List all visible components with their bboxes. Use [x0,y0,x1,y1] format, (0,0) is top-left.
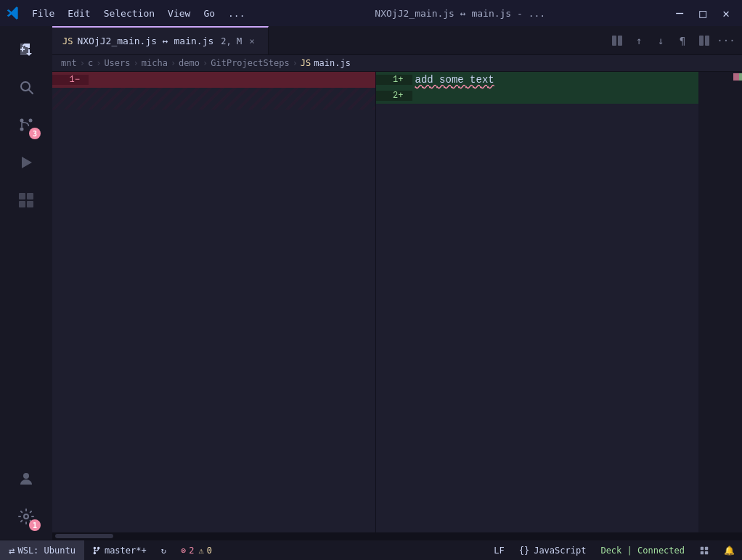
breadcrumb-file[interactable]: main.js [314,58,351,68]
right-editor-pane[interactable]: 1+ add some text 2+ [375,72,699,532]
active-tab[interactable]: JS NXOjJ2_main.js ↔ main.js 2, M × [52,26,269,54]
line-content-1-add: add some text [412,74,699,86]
maximize-button[interactable]: □ [693,5,713,21]
breadcrumb-users[interactable]: Users [104,58,130,68]
show-whitespace-button[interactable]: ¶ [672,30,693,51]
left-editor-pane[interactable]: 1− [52,72,375,532]
svg-rect-15 [705,36,709,46]
breadcrumb-gitprojectsteps[interactable]: GitProjectSteps [211,58,289,68]
git-branch-icon [91,545,102,556]
tab-js-icon: JS [62,36,73,46]
menu-more[interactable]: ... [222,6,250,21]
deck-connected-label: Deck | Connected [600,545,685,556]
menu-file[interactable]: File [26,6,60,21]
breadcrumb-js-label: JS [301,58,311,68]
deck-connected[interactable]: Deck | Connected [593,540,692,560]
breadcrumb-sep-3: › [171,58,176,68]
close-button[interactable]: ✕ [716,5,736,21]
bell-icon: 🔔 [724,545,735,556]
menu-selection[interactable]: Selection [98,6,160,21]
inline-diff-button[interactable] [694,30,714,51]
sync-button[interactable]: ↻ [154,540,174,560]
error-count: 2 [189,545,194,556]
breadcrumb-demo[interactable]: demo [179,58,200,68]
svg-rect-7 [27,193,33,199]
split-editor-button[interactable] [607,30,627,51]
window-controls: ─ □ ✕ [669,5,736,21]
svg-point-10 [23,473,29,479]
scroll-down-button[interactable]: ↓ [651,30,671,51]
svg-rect-9 [27,201,33,207]
remote-icon [699,545,709,556]
svg-rect-13 [618,36,622,46]
git-branch[interactable]: master*+ [84,540,154,560]
source-control-badge: 3 [29,128,41,139]
more-actions-button[interactable]: ··· [716,30,736,51]
menu-bar: File Edit Selection View Go ... [26,6,251,21]
vscode-logo [6,6,20,20]
breadcrumb: mnt › c › Users › micha › demo › GitProj… [52,55,742,72]
line-number-1-add: 1+ [376,75,412,85]
svg-rect-6 [19,193,25,199]
errors-button[interactable]: ⊗ 2 ⚠ 0 [174,540,219,560]
svg-rect-8 [19,201,25,207]
breadcrumb-sep-1: › [96,58,101,68]
notification-bell[interactable]: 🔔 [717,540,742,560]
breadcrumb-micha[interactable]: micha [142,58,168,68]
svg-line-1 [29,90,33,94]
warning-count: 0 [207,545,212,556]
svg-point-0 [21,82,30,91]
sync-icon: ↻ [161,545,166,556]
activity-search[interactable] [9,70,44,104]
language-name: JavaScript [534,545,586,556]
person-icon [17,470,35,487]
svg-rect-19 [701,546,704,549]
menu-go[interactable]: Go [197,6,221,21]
settings-badge: 1 [29,519,41,531]
horizontal-scrollbar [52,532,742,540]
hatch-pattern [52,88,375,110]
svg-marker-5 [22,157,32,168]
breadcrumb-sep-0: › [80,58,85,68]
wsl-label: WSL: Ubuntu [17,545,75,556]
scrollbar-thumb-h[interactable] [55,534,113,538]
activity-run-debug[interactable] [9,145,44,180]
breadcrumb-mnt[interactable]: mnt [61,58,77,68]
line-ending[interactable]: LF [486,540,511,560]
minimize-button[interactable]: ─ [669,5,690,21]
wsl-indicator[interactable]: ⇄ WSL: Ubuntu [0,540,84,560]
diff-line-added-1: 1+ add some text [376,72,699,88]
activity-bar: 3 [0,26,52,540]
tab-label: NXOjJ2_main.js ↔ main.js [77,36,213,46]
menu-view[interactable]: View [162,6,196,21]
activity-settings[interactable]: 1 [9,499,44,534]
tab-modified: 2, M [221,36,242,46]
tab-actions: ↑ ↓ ¶ ··· [601,26,742,54]
tab-close-button[interactable]: × [246,36,258,47]
activity-extensions[interactable] [9,183,44,218]
svg-rect-21 [701,551,704,553]
activity-account[interactable] [9,461,44,496]
svg-rect-20 [705,546,708,549]
wsl-arrow-icon: ⇄ [9,545,15,556]
minimap-diff-add [739,73,742,81]
diff-line-deleted: 1− [52,72,375,88]
svg-point-3 [29,119,33,123]
remote-button[interactable] [692,540,717,560]
title-bar: File Edit Selection View Go ... NXOjJ2_m… [0,0,742,26]
right-editor-content: 1+ add some text 2+ [376,72,699,532]
split-editor: 1− 1+ add some text 2+ [52,72,742,532]
warning-icon: ⚠ [198,545,203,556]
activity-explorer[interactable] [9,32,44,67]
scroll-up-button[interactable]: ↑ [629,30,649,51]
git-branch-label: master*+ [105,545,147,556]
svg-point-16 [94,546,97,549]
activity-source-control[interactable]: 3 [9,107,44,142]
menu-edit[interactable]: Edit [62,6,96,21]
language-mode[interactable]: {} JavaScript [512,540,594,560]
line-number-1-del: 1− [52,75,89,85]
breadcrumb-c[interactable]: c [88,58,93,68]
editor-area: JS NXOjJ2_main.js ↔ main.js 2, M × ↑ ↓ ¶… [52,26,742,540]
svg-point-4 [20,128,24,131]
svg-rect-14 [699,36,704,46]
